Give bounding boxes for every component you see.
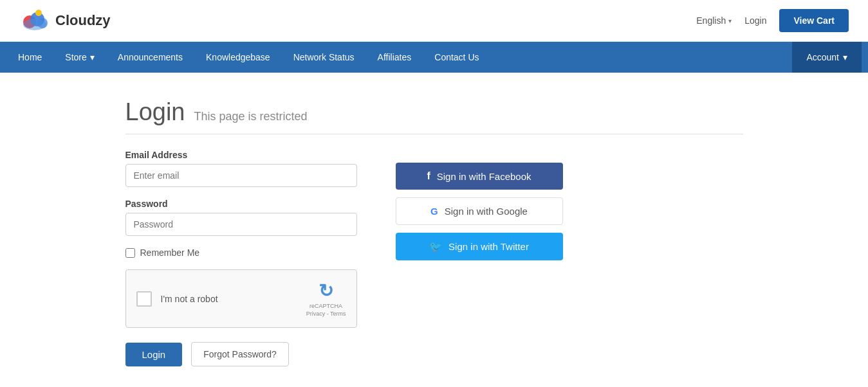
page-title-row: Login This page is restricted <box>125 98 743 134</box>
google-signin-button[interactable]: G Sign in with Google <box>396 197 563 225</box>
login-form-section: Email Address Password Remember Me I'm n… <box>125 150 357 366</box>
recaptcha-label: I'm not a robot <box>161 294 297 304</box>
svg-point-4 <box>35 10 42 16</box>
nav-item-network-status[interactable]: Network Status <box>282 42 366 73</box>
login-grid: Email Address Password Remember Me I'm n… <box>125 150 743 366</box>
nav-item-affiliates[interactable]: Affiliates <box>366 42 423 73</box>
password-input[interactable] <box>125 213 357 236</box>
top-bar: Cloudzy English ▾ Login View Cart <box>0 0 868 42</box>
logo-text: Cloudzy <box>55 12 111 29</box>
recaptcha-checkbox[interactable] <box>136 291 152 307</box>
twitter-icon: 🐦 <box>429 240 442 253</box>
google-icon: G <box>430 206 438 217</box>
top-right-actions: English ▾ Login View Cart <box>696 9 849 32</box>
facebook-icon: f <box>427 170 430 182</box>
nav-bar: Home Store ▾ Announcements Knowledgebase… <box>0 42 868 73</box>
nav-item-contact-us[interactable]: Contact Us <box>423 42 490 73</box>
password-label: Password <box>125 199 357 209</box>
remember-row: Remember Me <box>125 248 357 258</box>
nav-item-announcements[interactable]: Announcements <box>106 42 194 73</box>
recaptcha-box[interactable]: I'm not a robot ↻ reCAPTCHA Privacy - Te… <box>125 269 357 328</box>
remember-label: Remember Me <box>140 248 200 258</box>
page-subtitle: This page is restricted <box>194 110 307 123</box>
password-group: Password <box>125 199 357 236</box>
page-title: Login <box>125 98 185 126</box>
facebook-signin-button[interactable]: f Sign in with Facebook <box>396 163 563 190</box>
language-chevron-icon: ▾ <box>728 17 732 24</box>
twitter-signin-button[interactable]: 🐦 Sign in with Twitter <box>396 233 563 260</box>
remember-checkbox[interactable] <box>125 248 135 258</box>
recaptcha-links: Privacy - Terms <box>306 310 346 317</box>
language-selector[interactable]: English ▾ <box>696 15 732 26</box>
email-group: Email Address <box>125 150 357 187</box>
social-login-section: f Sign in with Facebook G Sign in with G… <box>396 150 563 366</box>
account-chevron-icon: ▾ <box>843 52 847 62</box>
recaptcha-brand: reCAPTCHA <box>309 303 342 309</box>
nav-item-home[interactable]: Home <box>6 42 53 73</box>
main-content: Login This page is restricted Email Addr… <box>113 98 756 366</box>
email-label: Email Address <box>125 150 357 160</box>
button-row: Login Forgot Password? <box>125 342 357 366</box>
forgot-password-button[interactable]: Forgot Password? <box>191 342 289 366</box>
logo-area: Cloudzy <box>19 5 111 36</box>
view-cart-button[interactable]: View Cart <box>779 9 849 32</box>
login-link[interactable]: Login <box>744 15 766 26</box>
recaptcha-icon: ↻ <box>319 280 333 302</box>
store-chevron-icon: ▾ <box>90 52 95 62</box>
logo-icon <box>19 5 50 36</box>
email-input[interactable] <box>125 164 357 187</box>
login-button[interactable]: Login <box>125 343 183 366</box>
nav-item-knowledgebase[interactable]: Knowledgebase <box>194 42 282 73</box>
svg-point-3 <box>23 19 46 30</box>
nav-account-button[interactable]: Account ▾ <box>792 42 862 73</box>
nav-item-store[interactable]: Store ▾ <box>53 42 106 73</box>
recaptcha-logo: ↻ reCAPTCHA Privacy - Terms <box>306 280 346 317</box>
